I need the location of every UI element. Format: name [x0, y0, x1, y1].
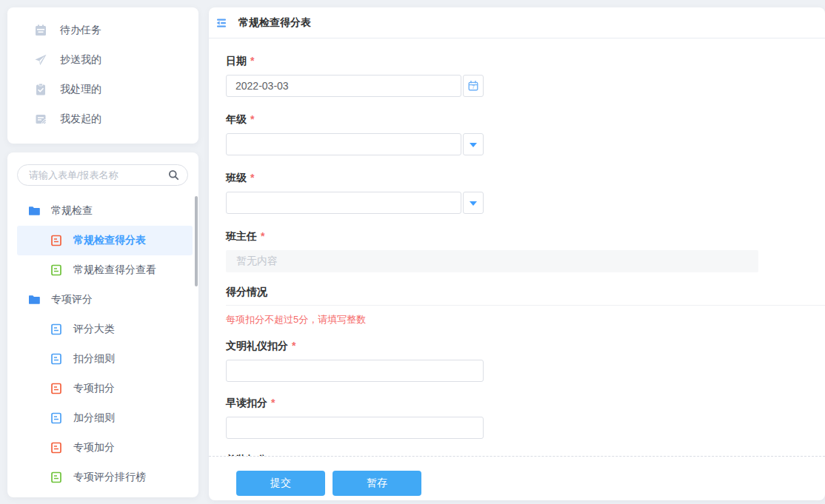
quick-menu-panel: 待办任务 抄送我的 我处理的 我发起的 — [7, 7, 198, 144]
section-title-score: 得分情况 — [226, 284, 825, 306]
send-icon — [34, 53, 47, 67]
tree-item-special-score-ranking[interactable]: 专项评分排行榜 — [17, 463, 193, 492]
date-picker-button[interactable]: 7 — [463, 75, 484, 97]
field-group-class: 班级* — [226, 170, 807, 214]
field-label: 文明礼仪扣分* — [226, 338, 807, 353]
tree-item-bonus-rules[interactable]: 加分细则 — [17, 403, 193, 433]
clipboard-check-icon — [34, 83, 47, 96]
tree-item-deduction-rules[interactable]: 扣分细则 — [17, 344, 193, 374]
document-icon — [50, 353, 62, 365]
tree-item-label: 评分大类 — [73, 323, 115, 336]
tree-item-label: 专项评分排行榜 — [73, 471, 146, 484]
manner-deduction-input[interactable] — [226, 360, 484, 382]
tree-item-label: 常规检查得分表 — [73, 234, 146, 247]
class-select-input[interactable] — [226, 192, 461, 214]
search-icon[interactable] — [168, 169, 179, 181]
sidebar-scrollbar[interactable] — [195, 196, 198, 286]
tree-item-regular-check-score-view[interactable]: 常规检查得分查看 — [17, 255, 193, 285]
required-mark: * — [250, 113, 254, 125]
quick-item-label: 待办任务 — [60, 24, 101, 37]
required-mark: * — [261, 230, 264, 242]
quick-item-todo-tasks[interactable]: 待办任务 — [7, 16, 198, 45]
save-draft-button[interactable]: 暂存 — [333, 471, 421, 496]
morning-reading-deduction-input[interactable] — [226, 417, 484, 439]
tree-item-special-bonus[interactable]: 专项加分 — [17, 433, 193, 463]
collapse-menu-icon[interactable] — [215, 16, 228, 30]
required-mark: * — [292, 340, 295, 352]
folder-icon — [28, 294, 40, 306]
field-label: 班主任* — [226, 229, 807, 243]
quick-item-cc-to-me[interactable]: 抄送我的 — [7, 45, 198, 75]
required-mark: * — [250, 55, 254, 67]
field-group-grade: 年级* — [226, 112, 807, 155]
caret-down-icon — [470, 201, 477, 209]
quick-item-label: 我发起的 — [60, 112, 101, 126]
section-hint: 每项扣分不超过5分，请填写整数 — [226, 313, 807, 326]
grade-dropdown-button[interactable] — [463, 133, 484, 155]
tree-item-special-deduction[interactable]: 专项扣分 — [17, 374, 193, 403]
form-detail-panel: 常规检查得分表 日期* 7 年级* — [209, 7, 825, 500]
quick-item-handled-by-me[interactable]: 我处理的 — [7, 75, 198, 104]
class-dropdown-button[interactable] — [463, 192, 484, 214]
quick-item-label: 抄送我的 — [60, 53, 101, 67]
form-body: 日期* 7 年级* — [209, 38, 825, 456]
document-icon — [50, 412, 62, 424]
field-label: 年级* — [226, 112, 807, 127]
field-group-teacher: 班主任* 暂无内容 — [226, 229, 807, 272]
tree-folder-label: 专项评分 — [51, 293, 93, 306]
document-icon — [50, 383, 62, 394]
quick-item-label: 我处理的 — [60, 83, 101, 96]
tree-item-label: 专项加分 — [73, 441, 115, 454]
document-icon — [50, 264, 62, 276]
grade-select-input[interactable] — [226, 133, 461, 155]
document-icon — [50, 323, 62, 335]
required-mark: * — [250, 172, 254, 184]
page-title: 常规检查得分表 — [238, 16, 311, 30]
svg-text:7: 7 — [472, 84, 475, 90]
date-input[interactable] — [226, 75, 461, 97]
submit-button[interactable]: 提交 — [236, 471, 325, 496]
tree-item-label: 常规检查得分查看 — [73, 263, 156, 277]
field-label: 早读扣分* — [226, 395, 807, 410]
tree-item-score-categories[interactable]: 评分大类 — [17, 315, 193, 344]
required-mark: * — [271, 397, 275, 409]
form-footer: 提交 暂存 — [209, 456, 825, 500]
tree-item-regular-check-score-form[interactable]: 常规检查得分表 — [17, 226, 193, 255]
calendar-picker-icon: 7 — [467, 80, 479, 92]
field-group-manner-deduction: 文明礼仪扣分* — [226, 338, 807, 382]
tree-folder-special-score[interactable]: 专项评分 — [7, 285, 198, 315]
document-icon — [50, 442, 62, 454]
caret-down-icon — [470, 143, 477, 151]
tree-item-label: 加分细则 — [73, 411, 115, 425]
tree-item-label: 专项扣分 — [73, 382, 115, 395]
folder-icon — [28, 205, 40, 217]
teacher-readonly-field: 暂无内容 — [226, 250, 758, 272]
form-tree-panel: 常规检查 常规检查得分表 常规检查得分查看 专项评分 评分大类 扣分细则 — [7, 152, 198, 497]
search-input[interactable] — [17, 164, 188, 186]
field-group-date: 日期* 7 — [226, 53, 807, 97]
tree-folder-label: 常规检查 — [51, 204, 93, 218]
field-group-morning-reading-deduction: 早读扣分* — [226, 395, 807, 439]
document-icon — [50, 471, 62, 483]
document-edit-icon — [34, 112, 47, 126]
quick-item-initiated-by-me[interactable]: 我发起的 — [7, 104, 198, 134]
form-header: 常规检查得分表 — [209, 7, 825, 38]
field-label: 日期* — [226, 53, 807, 68]
calendar-icon — [34, 24, 47, 37]
field-label: 班级* — [226, 170, 807, 185]
tree-folder-regular-check[interactable]: 常规检查 — [7, 196, 198, 226]
form-search — [17, 164, 188, 186]
document-icon — [50, 235, 62, 246]
tree-item-label: 扣分细则 — [73, 352, 115, 366]
